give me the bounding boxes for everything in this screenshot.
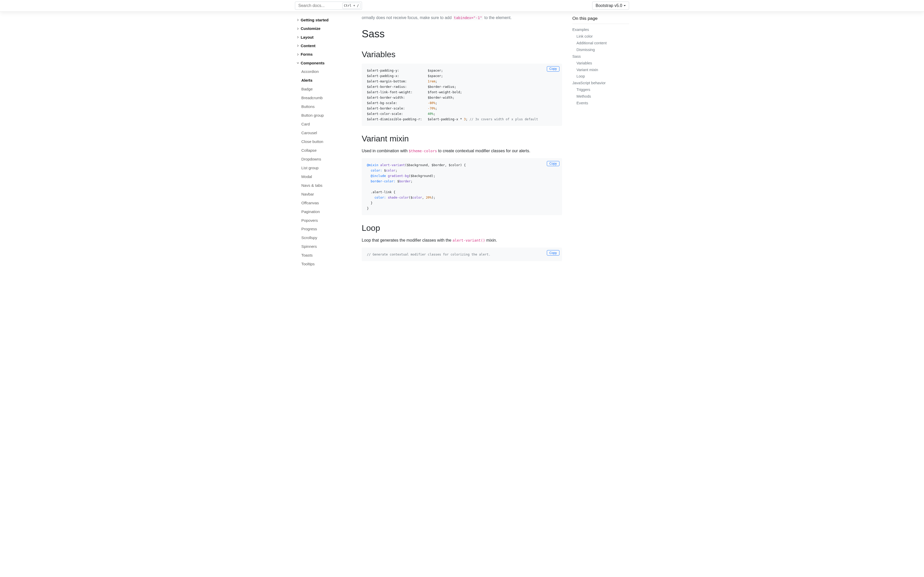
chevron-right-icon	[296, 44, 300, 48]
sidebar-group-label: Forms	[300, 52, 312, 58]
sidebar-item-alerts[interactable]: Alerts	[295, 77, 355, 84]
toc-link-additional-content[interactable]: Additional content	[577, 41, 607, 45]
sidebar-item-list-group[interactable]: List group	[295, 164, 355, 172]
toc-heading: On this page	[572, 15, 629, 24]
copy-button[interactable]: Copy	[547, 161, 559, 166]
sidebar-item-close-button[interactable]: Close button	[295, 138, 355, 145]
sidebar-item-progress[interactable]: Progress	[295, 226, 355, 233]
toc-link-link-color[interactable]: Link color	[577, 34, 593, 39]
toc-link-events[interactable]: Events	[577, 101, 588, 105]
toc-link-javascript-behavior[interactable]: JavaScript behavior	[572, 81, 606, 85]
sidebar-item-dropdowns[interactable]: Dropdowns	[295, 156, 355, 163]
sidebar-group-content[interactable]: Content	[295, 42, 355, 50]
sidebar-item-spinners[interactable]: Spinners	[295, 243, 355, 250]
toc-link-examples[interactable]: Examples	[572, 27, 589, 32]
sidebar-item-badge[interactable]: Badge	[295, 85, 355, 93]
on-this-page-toc: On this page ExamplesLink colorAdditiona…	[572, 12, 629, 270]
sidebar-item-breadcrumb[interactable]: Breadcrumb	[295, 94, 355, 102]
sidebar-item-scrollspy[interactable]: Scrollspy	[295, 234, 355, 242]
sidebar-nav: Getting startedCustomizeLayoutContentFor…	[295, 12, 355, 270]
sidebar-group-label: Components	[300, 60, 325, 66]
copy-button[interactable]: Copy	[547, 250, 559, 256]
toc-link-variant-mixin[interactable]: Variant mixin	[577, 68, 598, 72]
toc-link-sass[interactable]: Sass	[572, 54, 581, 58]
sidebar-item-accordion[interactable]: Accordion	[295, 68, 355, 76]
sidebar-item-navs-tabs[interactable]: Navs & tabs	[295, 182, 355, 189]
sidebar-item-modal[interactable]: Modal	[295, 173, 355, 181]
partial-cutoff-text: ormally does not receive focus, make sur…	[362, 14, 562, 21]
toc-link-methods[interactable]: Methods	[577, 94, 591, 98]
sidebar-item-pagination[interactable]: Pagination	[295, 208, 355, 215]
sidebar-group-components[interactable]: Components	[295, 59, 355, 67]
code-content: // Generate contextual modifier classes …	[367, 251, 557, 257]
code-block-variables: Copy $alert-padding-y: $spacer; $alert-p…	[362, 64, 562, 126]
heading-loop: Loop	[362, 222, 562, 234]
sidebar-group-label: Customize	[300, 26, 320, 32]
sidebar-group-layout[interactable]: Layout	[295, 33, 355, 42]
sidebar-group-getting-started[interactable]: Getting started	[295, 16, 355, 24]
chevron-right-icon	[296, 53, 300, 56]
sidebar-item-offcanvas[interactable]: Offcanvas	[295, 199, 355, 206]
sidebar-item-collapse[interactable]: Collapse	[295, 147, 355, 154]
copy-button[interactable]: Copy	[547, 66, 559, 72]
loop-intro: Loop that generates the modifier classes…	[362, 237, 562, 243]
inline-code: alert-variant()	[452, 238, 485, 242]
heading-variables: Variables	[362, 48, 562, 61]
sidebar-group-forms[interactable]: Forms	[295, 50, 355, 59]
sidebar-group-label: Content	[300, 43, 315, 49]
sidebar-item-popovers[interactable]: Popovers	[295, 217, 355, 224]
sidebar-item-tooltips[interactable]: Tooltips	[295, 260, 355, 268]
sidebar-item-toasts[interactable]: Toasts	[295, 251, 355, 259]
toc-link-triggers[interactable]: Triggers	[577, 88, 590, 92]
search-shortcut-hint: Ctrl + /	[342, 3, 360, 9]
sidebar-item-navbar[interactable]: Navbar	[295, 190, 355, 198]
chevron-down-icon	[296, 61, 300, 65]
sidebar-item-buttons[interactable]: Buttons	[295, 103, 355, 111]
code-block-loop: Copy // Generate contextual modifier cla…	[362, 248, 562, 261]
toc-link-variables[interactable]: Variables	[577, 61, 592, 65]
subnavbar: Ctrl + / Bootstrap v5.0	[0, 0, 924, 12]
sidebar-group-label: Getting started	[300, 17, 328, 23]
inline-code: $theme-colors	[409, 149, 437, 153]
code-content: $alert-padding-y: $spacer; $alert-paddin…	[367, 68, 557, 122]
sidebar-item-card[interactable]: Card	[295, 121, 355, 128]
search-group: Ctrl + /	[295, 2, 362, 10]
chevron-right-icon	[296, 35, 300, 39]
main-content: ormally does not receive focus, make sur…	[362, 12, 566, 270]
code-block-variant-mixin: Copy @mixin alert-variant($background, $…	[362, 158, 562, 215]
sidebar-group-customize[interactable]: Customize	[295, 24, 355, 33]
heading-sass: Sass	[362, 26, 562, 42]
variant-mixin-intro: Used in combination with $theme-colors t…	[362, 148, 562, 154]
sidebar-item-button-group[interactable]: Button group	[295, 112, 355, 119]
toc-link-dismissing[interactable]: Dismissing	[577, 48, 595, 52]
sidebar-item-carousel[interactable]: Carousel	[295, 129, 355, 137]
toc-link-loop[interactable]: Loop	[577, 74, 585, 78]
inline-code: tabindex="-1"	[453, 15, 483, 20]
version-label: Bootstrap v5.0	[596, 3, 622, 8]
chevron-right-icon	[296, 27, 300, 31]
code-content: @mixin alert-variant($background, $borde…	[367, 162, 557, 211]
version-dropdown[interactable]: Bootstrap v5.0	[592, 2, 629, 10]
heading-variant-mixin: Variant mixin	[362, 132, 562, 145]
chevron-right-icon	[296, 18, 300, 22]
sidebar-group-label: Layout	[300, 34, 313, 40]
